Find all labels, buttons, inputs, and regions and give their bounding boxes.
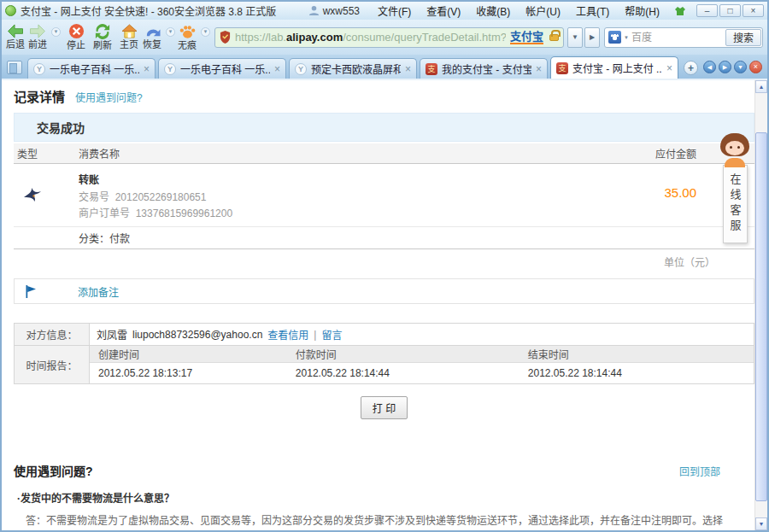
tab-alipay-payment-active[interactable]: 支 支付宝 - 网上支付 ... ×	[550, 56, 678, 79]
menu-account[interactable]: 帐户(U)	[518, 3, 568, 19]
online-service-tab[interactable]: 在线客服	[723, 165, 748, 243]
menu-favorites[interactable]: 收藏(B)	[468, 3, 518, 19]
close-button[interactable]: ×	[743, 4, 764, 17]
restore-button[interactable]: 恢复	[143, 24, 161, 50]
search-button[interactable]: 搜索	[725, 29, 761, 46]
col-name: 消费名称	[79, 146, 605, 161]
tab-label: 我的支付宝 - 支付宝	[442, 61, 531, 76]
page-title: 记录详情	[14, 87, 65, 105]
stop-button[interactable]: 停止	[63, 23, 89, 51]
home-icon	[121, 24, 138, 38]
back-button[interactable]: 后退	[6, 24, 25, 50]
ended-time: 2012.05.22 18:14:44	[528, 367, 754, 379]
window-controls: – □ ×	[696, 4, 764, 17]
menu-file[interactable]: 文件(F)	[370, 3, 419, 19]
col-paid: 付款时间	[296, 347, 528, 361]
help-link[interactable]: 使用遇到问题?	[75, 90, 143, 104]
tab-close-icon[interactable]: ×	[274, 64, 280, 74]
tab-yile-1[interactable]: Y 一乐电子百科 一乐... ×	[27, 58, 156, 79]
restore-group: 恢复 ▼	[143, 24, 177, 50]
party-value: 刘凤雷 liupoch88732596@yahoo.cn 查看信用 | 留言	[90, 324, 754, 345]
scrollbar-track[interactable]	[755, 93, 767, 517]
tab-yile-2[interactable]: Y 一乐电子百科 一乐... ×	[158, 58, 286, 79]
menu-tools[interactable]: 工具(T)	[568, 3, 617, 19]
check-credit-link[interactable]: 查看信用	[267, 327, 308, 342]
col-type: 类型	[14, 146, 79, 161]
alipay-page: 记录详情 使用遇到问题? 交易成功 类型 消费名称 应付金额 转账	[2, 80, 754, 530]
time-report-grid: 创建时间 付款时间 结束时间 2012.05.22 18:13:17 2012.…	[90, 346, 754, 383]
scrollbar-thumb[interactable]	[755, 132, 767, 501]
trade-name: 转账	[79, 172, 605, 186]
status-text: 交易成功	[37, 119, 85, 136]
refresh-icon	[95, 24, 110, 39]
page-content: 记录详情 使用遇到问题? 交易成功 类型 消费名称 应付金额 转账	[2, 79, 767, 530]
close-current-tab-button[interactable]: ×	[749, 61, 762, 73]
faq-section: 使用遇到问题? 回到顶部 ·发货中的不需要物流是什么意思？ 答：不需要物流是为了…	[14, 462, 754, 530]
status-band: 交易成功	[14, 113, 754, 142]
tab-close-icon[interactable]: ×	[144, 64, 150, 74]
swallow-icon	[22, 184, 43, 204]
trade-row: 转账 交易号 2012052269180651 商户订单号 1337681596…	[14, 164, 754, 227]
forward-button[interactable]: 前进	[28, 24, 47, 50]
search-engine-dropdown-icon[interactable]: ▼	[624, 35, 629, 40]
home-button[interactable]: 主页	[116, 24, 142, 50]
account-button[interactable]: wxw553	[308, 5, 360, 17]
search-input[interactable]	[631, 32, 723, 44]
online-service-label: 在线客服	[729, 173, 742, 235]
nav-buttons: 后退 前进 ▼	[6, 24, 62, 50]
col-created: 创建时间	[90, 347, 296, 361]
new-tab-button[interactable]: +	[684, 61, 698, 75]
url-dropdown-button[interactable]: ▼	[567, 27, 583, 48]
menu-help[interactable]: 帮助(H)	[617, 3, 667, 19]
leave-message-link[interactable]: 留言	[321, 327, 342, 342]
scroll-down-button[interactable]: ▼	[755, 517, 767, 530]
tab-close-icon[interactable]: ×	[536, 64, 542, 74]
scroll-up-button[interactable]: ▲	[755, 80, 767, 93]
back-label: 后退	[6, 39, 25, 50]
menu-view[interactable]: 查看(V)	[419, 3, 468, 19]
refresh-button[interactable]: 刷新	[90, 24, 115, 51]
tab-label: 一乐电子百科 一乐...	[50, 61, 139, 76]
forward-label: 前进	[28, 39, 47, 50]
minimize-button[interactable]: –	[696, 4, 718, 17]
tab-my-alipay[interactable]: 支 我的支付宝 - 支付宝 ×	[420, 58, 548, 79]
restore-dropdown-icon[interactable]: ▼	[166, 27, 175, 37]
print-button[interactable]: 打 印	[361, 396, 408, 419]
tab-casio[interactable]: Y 预定卡西欧液晶屏和... ×	[289, 58, 417, 79]
address-bar[interactable]: https://lab.alipay.com/consume/queryTrad…	[214, 27, 564, 48]
add-note-link[interactable]: 添加备注	[78, 284, 119, 299]
incognito-button[interactable]: 无痕	[178, 24, 197, 51]
party-email: liupoch88732596@yahoo.cn	[132, 329, 262, 341]
incognito-dropdown-icon[interactable]: ▼	[201, 27, 210, 37]
faq-header: 使用遇到问题? 回到顶部	[14, 462, 754, 479]
flag-icon	[25, 285, 37, 298]
window-titlebar: 支付宝 - 网上支付 安全快速! - 360安全浏览器 3.8 正式版 wxw5…	[2, 2, 767, 20]
url-domain: alipay.com	[286, 31, 343, 44]
url-path: /consume/queryTradeDetail.htm?tradeN	[343, 31, 506, 44]
skin-button[interactable]	[674, 6, 686, 16]
tab-panel-icon[interactable]	[7, 61, 22, 74]
tab-bar: Y 一乐电子百科 一乐... × Y 一乐电子百科 一乐... × Y 预定卡西…	[2, 55, 767, 79]
col-ended: 结束时间	[528, 347, 754, 361]
alipay-badge: 支付宝	[510, 31, 543, 44]
tab-label: 一乐电子百科 一乐...	[180, 61, 270, 76]
tab-close-icon[interactable]: ×	[405, 64, 411, 74]
maximize-button[interactable]: □	[719, 4, 741, 17]
tab-scroll-left-button[interactable]: ◀	[703, 61, 716, 73]
print-row: 打 印	[14, 396, 754, 419]
trade-number-line: 交易号 2012052269180651	[79, 189, 605, 203]
created-time: 2012.05.22 18:13:17	[90, 367, 296, 379]
tab-list-button[interactable]: ▼	[734, 61, 747, 73]
home-label: 主页	[120, 39, 138, 50]
history-dropdown-icon[interactable]: ▼	[51, 27, 61, 37]
go-button[interactable]: ▶	[584, 27, 600, 48]
paid-time: 2012.05.22 18:14:44	[296, 367, 528, 379]
avatar-face	[725, 141, 744, 155]
tab-close-icon[interactable]: ×	[666, 63, 672, 73]
online-service-widget: 在线客服	[717, 133, 753, 243]
tab-scroll-right-button[interactable]: ▶	[719, 61, 731, 73]
yile-favicon: Y	[295, 63, 307, 75]
search-engine-icon[interactable]	[608, 31, 621, 44]
restore-label: 恢复	[143, 39, 161, 50]
back-to-top-link[interactable]: 回到顶部	[679, 464, 720, 478]
